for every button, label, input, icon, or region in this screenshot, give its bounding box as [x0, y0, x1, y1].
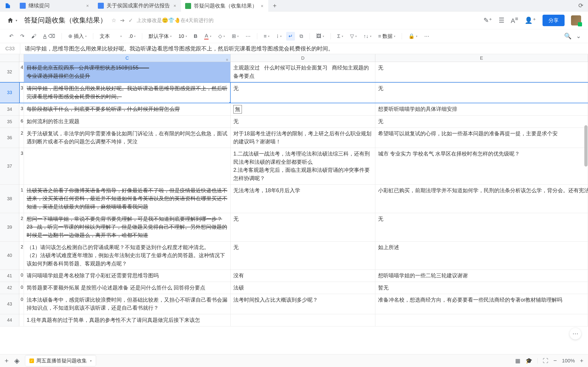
data-button[interactable]: ≡ 数据 ▾ — [376, 31, 398, 41]
fill-color-button[interactable]: ◇ ▾ — [216, 32, 227, 41]
row-header[interactable]: 34 — [0, 103, 19, 116]
cell[interactable]: 1.往年真题有的过于简单，真题的参考性不大了请问真题做完后接下来该怎 — [24, 314, 231, 326]
cell[interactable]: 无 — [231, 83, 375, 102]
tab-0[interactable]: 继续提问 × — [16, 0, 94, 11]
zoom-percentage[interactable]: 100% — [562, 358, 575, 364]
cell[interactable]: 2 — [19, 213, 24, 241]
close-icon[interactable]: × — [86, 4, 90, 8]
image-button[interactable]: 🖼 ▾ — [314, 32, 326, 41]
cell[interactable]: 0 — [19, 282, 24, 294]
cell[interactable]: 小彩虹已购买，前期法理学并不知道如何学，民刑的法条分析该怎么学，背分会。还有宪法… — [375, 185, 588, 213]
wrap-text-button[interactable]: ↵ — [286, 32, 295, 41]
cell[interactable]: 3 — [19, 83, 24, 102]
cell[interactable]: 法考时间投入占比大概该到多少呢？ — [231, 294, 375, 314]
menu-icon[interactable]: ☰ — [499, 17, 504, 24]
fullscreen-icon[interactable]: ⛶ — [543, 358, 548, 364]
search-icon[interactable]: 🔍 — [564, 33, 571, 40]
cell[interactable]: 主观题没过 什么时候可以开始全面复习 商经知主观题的备考要点 — [231, 62, 375, 82]
lock-button[interactable]: 🔒 ▾ — [406, 32, 420, 41]
cell[interactable]: 法本法硕备考中，感觉听课比较浪费时间，但基础比较差，又担心不听课自己看书会漏掉知… — [24, 294, 231, 314]
more-format-button[interactable]: ⋯ — [243, 32, 253, 41]
compose-icon[interactable]: ✎⁺ — [484, 17, 492, 24]
cell[interactable]: 想问一下喵喵学姐，常说不要先背书要先理解，可是我不知道到底要理解到哪一步？23 … — [24, 213, 231, 241]
row-header[interactable]: 39 — [0, 213, 19, 241]
formula-input[interactable]: 请问学姐，思维导图怎么用效果比较好呢。我边听课边看思维导图感觉跟不上，然后听完课… — [20, 45, 588, 52]
cell[interactable]: 3 — [19, 103, 24, 116]
cell[interactable]: 6 — [19, 116, 24, 127]
bold-button[interactable]: B — [191, 32, 200, 41]
h-align-button[interactable]: ≡ ▾ — [261, 32, 272, 41]
cell[interactable] — [24, 148, 231, 184]
cell[interactable]: 1.二战法硕一战法考，法考理论法和法硕法综三科，还有刑民法考和法硕的课程全部都要… — [231, 148, 375, 184]
cell[interactable]: 無 — [231, 103, 375, 116]
zoom-out-button[interactable]: − — [553, 357, 557, 364]
row-header[interactable]: 43 — [0, 294, 19, 314]
row-header[interactable]: 35 — [0, 116, 19, 127]
redo-button[interactable]: ↷ — [18, 32, 27, 41]
decimal-button[interactable]: .0 ▾ — [126, 32, 138, 41]
undo-button[interactable]: ↶ — [7, 32, 16, 41]
collapse-toolbar-icon[interactable]: ⌄ — [576, 33, 581, 40]
cell[interactable]: 城市 专业实力 学校名气 水旱区在择校时有怎样的优先级呢？ — [375, 148, 588, 184]
document-title[interactable]: 答疑问题收集（收集结果） — [24, 16, 107, 25]
column-header-c[interactable]: C≡ — [24, 54, 231, 62]
filter-button[interactable]: ▽ ▾ — [348, 32, 359, 41]
cell[interactable]: 无 — [231, 213, 375, 241]
cell[interactable]: 每阶段都该干什么，到底要不要多轮听课，什么时候开始背怎么背 — [24, 103, 231, 116]
format-type-select[interactable]: 文本 ▾ — [97, 31, 124, 41]
cell[interactable]: 准备冲名校，想选商经方向，有必要要看一些民法商经的专著or教材辅助理解吗 — [375, 294, 588, 314]
share-people-icon[interactable]: 👤⁺ — [525, 17, 536, 24]
sheet-tab-dropdown[interactable]: ▾ — [90, 359, 92, 363]
row-header[interactable]: 32 — [0, 62, 19, 82]
row-header[interactable]: 42 — [0, 282, 19, 294]
cell[interactable]: 无 — [375, 62, 588, 82]
cell[interactable]: 1 — [19, 185, 24, 213]
cell[interactable]: 2 — [19, 128, 24, 148]
home-dropdown[interactable]: ▾ — [16, 19, 17, 22]
user-avatar[interactable] — [571, 15, 581, 25]
cell-reference[interactable]: C33 — [0, 43, 20, 54]
cell[interactable]: 4 — [19, 62, 24, 82]
row-header[interactable]: 33 — [0, 83, 19, 102]
v-align-button[interactable]: ⫶ ▾ — [274, 32, 284, 41]
move-to-folder-icon[interactable]: ➔ — [120, 17, 125, 24]
sort-button[interactable]: ↑↓ ▾ — [361, 32, 374, 41]
star-icon[interactable]: ☆ — [111, 17, 116, 24]
cell[interactable]: 法硕 — [231, 282, 375, 294]
zoom-in-button[interactable]: + — [580, 357, 583, 364]
cell[interactable]: 没有 — [231, 270, 375, 282]
row-header[interactable]: 37 — [0, 148, 19, 184]
merge-cells-button[interactable]: ⧉ — [297, 32, 305, 41]
cell[interactable] — [231, 314, 375, 326]
row-header[interactable]: 40 — [0, 242, 19, 270]
insert-button[interactable]: ⊕ 插入 ▾ — [66, 31, 89, 41]
cell[interactable]: （1）请问该怎么检测自己的背诵成果呢？不知道要达到什么程度才能冲清北。 （2）法… — [24, 242, 231, 270]
cell[interactable]: 暂无 — [375, 282, 588, 294]
font-icon[interactable]: A≡ — [511, 16, 518, 25]
row-header[interactable]: 41 — [0, 270, 19, 282]
clear-format-button[interactable]: A⌫ — [41, 32, 57, 41]
cell[interactable]: 无 — [375, 83, 588, 102]
column-header-d[interactable]: D — [231, 54, 375, 62]
cell[interactable]: 简答题要不要额外拓展 是按照小论述题准备 还是问什么答什么 回答得分要点 — [24, 282, 231, 294]
cell[interactable]: 对于18届考生进行法考的限制，考上研之后有什么职业规划的建议吗？谢谢喵！ — [231, 128, 375, 148]
more-options-fab[interactable]: ⋯ — [570, 328, 581, 340]
home-icon[interactable] — [7, 17, 14, 24]
cell[interactable] — [19, 314, 24, 326]
new-tab-button[interactable]: + — [271, 2, 279, 10]
more-button[interactable]: ⋯ — [422, 32, 432, 41]
borders-button[interactable]: ⊞ ▾ — [229, 32, 241, 41]
select-all-corner[interactable] — [0, 54, 19, 62]
cell[interactable]: 请问喵喵学姐是考名校除了背小彩虹还需要背思维导图吗 — [24, 270, 231, 282]
apps-icon[interactable]: ▦ — [515, 358, 520, 364]
cell[interactable]: 3 — [19, 148, 24, 184]
column-header-e[interactable]: E — [375, 54, 588, 62]
cell[interactable]: 2 — [19, 242, 24, 270]
app-logo[interactable] — [5, 2, 11, 9]
cell[interactable]: 想要听听喵喵学姐的具体详细安排 — [375, 103, 588, 116]
cell[interactable]: 如上所述 — [375, 242, 588, 270]
row-header[interactable]: 44 — [0, 314, 19, 326]
row-header[interactable]: 38 — [0, 185, 19, 213]
vertical-scrollbar[interactable] — [584, 125, 588, 167]
share-button[interactable]: 分享 — [543, 15, 565, 26]
